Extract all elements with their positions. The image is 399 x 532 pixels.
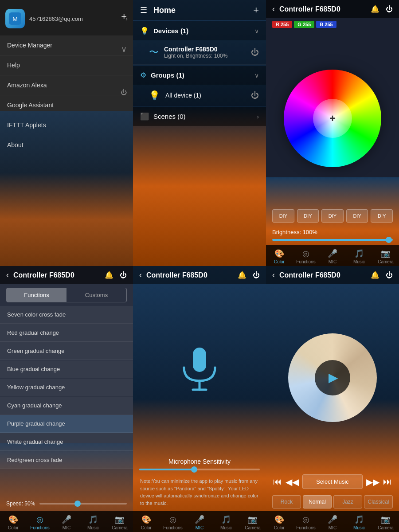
func-item-6[interactable]: Cyan gradual change [0, 397, 133, 415]
music-tab-mic[interactable]: 🎤 MIC [319, 511, 346, 532]
music-alarm-icon[interactable]: 🔔 [371, 271, 379, 279]
func-item-3[interactable]: Green gradual change [0, 342, 133, 360]
func-tab-music[interactable]: 🎵 Music [80, 511, 106, 532]
functions-alarm-icon[interactable]: 🔔 [105, 271, 113, 279]
genre-normal[interactable]: Normal [303, 495, 332, 509]
genre-rock[interactable]: Rock [272, 495, 301, 509]
back-icon[interactable]: ‹ [272, 4, 275, 14]
add-device-icon[interactable]: + [121, 11, 127, 22]
music-tab-functions[interactable]: ◎ Functions [293, 511, 319, 532]
mic-power-icon[interactable]: ⏻ [253, 271, 260, 279]
tab-functions[interactable]: ◎ Functions [293, 245, 319, 266]
collapse-icon[interactable]: ∨ [121, 45, 127, 54]
func-item-5[interactable]: Yellow gradual change [0, 379, 133, 396]
brightness-label: Brightness: 100% [272, 229, 393, 235]
speed-row: Speed: 50% [0, 496, 133, 511]
mic-tab-icon: 🎤 [328, 249, 337, 258]
groups-section-title: Groups (1) [151, 71, 254, 79]
speed-label: Speed: 50% [6, 501, 35, 507]
music-tab-camera[interactable]: 📷 Camera [372, 511, 399, 532]
app-logo: M [5, 9, 25, 28]
all-device-power-icon[interactable]: ⏻ [251, 91, 259, 100]
tab-music[interactable]: 🎵 Music [346, 245, 372, 266]
func-tab-color[interactable]: 🎨 Color [0, 511, 27, 532]
color-wheel-container[interactable]: + [266, 31, 399, 206]
music-title: Controller F685D0 [279, 271, 371, 279]
speed-slider[interactable] [39, 503, 127, 505]
functions-toggle: Functions Customs [6, 288, 127, 302]
mic-slider-thumb[interactable] [191, 466, 197, 473]
music-back-icon[interactable]: ‹ [272, 270, 275, 280]
music-disc-inner: ▶ [315, 360, 350, 395]
mic-tabs: 🎨 Color ◎ Functions 🎤 MIC 🎵 Music 📷 Came… [133, 511, 266, 532]
music-tab-color[interactable]: 🎨 Color [266, 511, 293, 532]
customs-toggle-btn[interactable]: Customs [66, 288, 126, 302]
functions-power-icon[interactable]: ⏻ [120, 271, 127, 279]
music-tab-icon: 🎵 [354, 249, 364, 258]
sidebar-item-google[interactable]: Google Assistant [0, 95, 133, 115]
diy-button-2[interactable]: DIY [297, 209, 319, 223]
rgb-display: R 255 G 255 B 255 [266, 18, 399, 31]
fast-forward-button[interactable]: ⏭ [383, 477, 392, 487]
speed-thumb[interactable] [74, 501, 81, 507]
genre-classical[interactable]: Classical [364, 495, 393, 509]
devices-section-header[interactable]: 💡 Devices (1) ∨ [133, 21, 266, 40]
mic-alarm-icon[interactable]: 🔔 [238, 271, 246, 279]
prev-button[interactable]: ◀◀ [286, 477, 299, 487]
device-status: Light on, Brightness: 100% [164, 53, 251, 59]
play-button[interactable]: ▶ [329, 370, 338, 385]
tab-mic[interactable]: 🎤 MIC [319, 245, 346, 266]
functions-back-icon[interactable]: ‹ [6, 270, 9, 280]
func-tab-mic[interactable]: 🎤 MIC [53, 511, 80, 532]
alarm-icon[interactable]: 🔔 [371, 5, 379, 13]
brightness-thumb[interactable] [386, 237, 392, 243]
color-wheel[interactable]: + [284, 70, 381, 167]
func-functions-icon: ◎ [36, 515, 43, 524]
next-button[interactable]: ▶▶ [366, 477, 379, 487]
hamburger-icon[interactable]: ☰ [140, 5, 147, 15]
func-item-9[interactable]: Red/green cross fade [0, 451, 133, 469]
mic-back-icon[interactable]: ‹ [139, 270, 142, 280]
groups-section-header[interactable]: ⚙ Groups (1) ∨ [133, 66, 266, 85]
func-item-1[interactable]: Seven color cross fade [0, 306, 133, 324]
mic-sensitivity-slider[interactable] [139, 469, 260, 470]
sidebar-item-about[interactable]: About [0, 135, 133, 155]
device-power-icon[interactable]: ⏻ [251, 48, 259, 57]
music-tab-music[interactable]: 🎵 Music [346, 511, 372, 532]
sidebar-item-alexa[interactable]: Amazon Alexa [0, 75, 133, 95]
diy-button-1[interactable]: DIY [272, 209, 294, 223]
tab-camera[interactable]: 📷 Camera [372, 245, 399, 266]
sidebar-item-help[interactable]: Help [0, 55, 133, 75]
sidebar-item-device-manager[interactable]: Device Manager [0, 35, 133, 55]
func-item-7[interactable]: Purple gradual change [0, 415, 133, 433]
mic-tab-mic[interactable]: 🎤 MIC [186, 511, 213, 532]
genre-jazz[interactable]: Jazz [333, 495, 362, 509]
music-power-icon[interactable]: ⏻ [386, 271, 393, 279]
all-device-item[interactable]: 💡 All device (1) ⏻ [133, 85, 266, 106]
functions-header: ‹ Controller F685D0 🔔 ⏻ [0, 266, 133, 284]
diy-button-5[interactable]: DIY [371, 209, 393, 223]
svg-rect-2 [193, 348, 206, 372]
func-item-4[interactable]: Blue gradual change [0, 360, 133, 378]
functions-toggle-btn[interactable]: Functions [7, 288, 66, 302]
brightness-slider[interactable] [272, 239, 393, 241]
func-item-8[interactable]: White gradual change [0, 433, 133, 451]
mic-tab-color[interactable]: 🎨 Color [133, 511, 160, 532]
device-item[interactable]: 〜 Controller F685D0 Light on, Brightness… [133, 40, 266, 65]
mic-tab-camera[interactable]: 📷 Camera [239, 511, 266, 532]
tab-color[interactable]: 🎨 Color [266, 245, 293, 266]
scenes-section-header[interactable]: ⬛ Scenes (0) › [133, 107, 266, 126]
func-tab-camera[interactable]: 📷 Camera [106, 511, 133, 532]
diy-button-3[interactable]: DIY [321, 209, 344, 223]
rewind-button[interactable]: ⏮ [273, 477, 282, 487]
home-add-icon[interactable]: + [253, 4, 259, 16]
select-music-button[interactable]: Select Music [302, 474, 363, 489]
power-icon[interactable]: ⏻ [121, 89, 127, 96]
diy-button-4[interactable]: DIY [346, 209, 368, 223]
func-tab-functions[interactable]: ◎ Functions [27, 511, 53, 532]
func-item-2[interactable]: Red gradual change [0, 324, 133, 342]
mic-tab-music[interactable]: 🎵 Music [213, 511, 239, 532]
mic-tab-functions[interactable]: ◎ Functions [160, 511, 186, 532]
sidebar-item-ifttt[interactable]: IFTTT Applets [0, 115, 133, 135]
power-icon[interactable]: ⏻ [386, 5, 393, 13]
